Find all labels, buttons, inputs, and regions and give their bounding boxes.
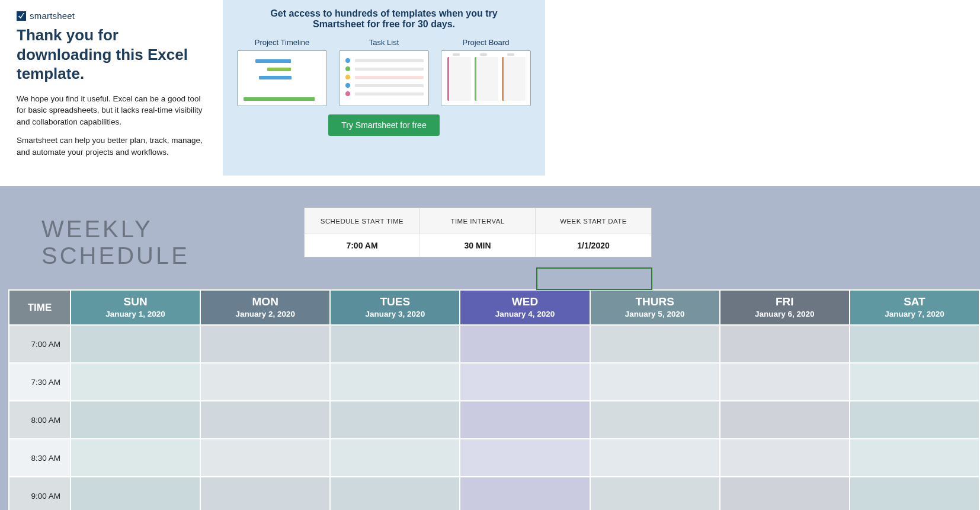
promo-body-1: We hope you find it useful. Excel can be… <box>17 93 211 128</box>
config-cell-week-start[interactable]: 1/1/2020 <box>536 234 651 257</box>
day-header-wed: WED January 4, 2020 <box>460 290 590 325</box>
calendar-row: 8:30 AM <box>9 439 979 477</box>
config-cell-start-time[interactable]: 7:00 AM <box>305 234 420 257</box>
time-column-header: TIME <box>9 290 71 325</box>
logo-text: smartsheet <box>30 11 75 21</box>
schedule-slot[interactable] <box>330 363 460 401</box>
thumbnail-timeline-icon <box>237 50 327 106</box>
card-task-list[interactable]: Task List <box>339 38 429 106</box>
schedule-slot[interactable] <box>330 477 460 510</box>
schedule-section: WEEKLY SCHEDULE SCHEDULE START TIME 7:00… <box>0 186 980 510</box>
schedule-slot[interactable] <box>200 477 330 510</box>
schedule-slot[interactable] <box>590 363 720 401</box>
day-header-thu: THURS January 5, 2020 <box>590 290 720 325</box>
promo-body-2: Smartsheet can help you better plan, tra… <box>17 135 211 158</box>
day-name: TUES <box>331 295 459 308</box>
try-smartsheet-button[interactable]: Try Smartsheet for free <box>328 114 439 136</box>
config-header-start-time: SCHEDULE START TIME <box>305 208 420 234</box>
active-cell-selection-icon <box>536 267 652 290</box>
time-cell: 7:30 AM <box>9 363 71 401</box>
card-title: Project Timeline <box>237 38 327 47</box>
schedule-slot[interactable] <box>850 439 979 477</box>
schedule-slot[interactable] <box>71 439 200 477</box>
day-header-sat: SAT January 7, 2020 <box>850 290 979 325</box>
time-cell: 9:00 AM <box>9 477 71 510</box>
thumbnail-tasklist-icon <box>339 50 429 106</box>
time-cell: 8:00 AM <box>9 401 71 439</box>
day-name: WED <box>460 295 589 308</box>
day-header-fri: FRI January 6, 2020 <box>720 290 850 325</box>
schedule-slot[interactable] <box>71 363 200 401</box>
config-cell-interval[interactable]: 30 MIN <box>420 234 536 257</box>
schedule-slot[interactable] <box>460 439 590 477</box>
time-cell: 7:00 AM <box>9 325 71 363</box>
config-header-interval: TIME INTERVAL <box>420 208 536 234</box>
day-date: January 3, 2020 <box>331 310 459 318</box>
schedule-slot[interactable] <box>71 325 200 363</box>
schedule-slot[interactable] <box>71 401 200 439</box>
promo-banner: smartsheet Thank you for downloading thi… <box>0 0 545 176</box>
day-date: January 5, 2020 <box>591 310 719 318</box>
day-header-tue: TUES January 3, 2020 <box>330 290 460 325</box>
schedule-slot[interactable] <box>720 439 850 477</box>
schedule-slot[interactable] <box>200 401 330 439</box>
schedule-slot[interactable] <box>71 477 200 510</box>
schedule-slot[interactable] <box>460 401 590 439</box>
schedule-slot[interactable] <box>720 401 850 439</box>
schedule-slot[interactable] <box>330 325 460 363</box>
day-date: January 7, 2020 <box>850 310 979 318</box>
schedule-slot[interactable] <box>850 477 979 510</box>
day-name: THURS <box>591 295 719 308</box>
smartsheet-logo: smartsheet <box>17 11 211 21</box>
calendar-table: TIME SUN January 1, 2020 MON January 2, … <box>8 289 980 510</box>
card-project-board[interactable]: Project Board <box>441 38 531 106</box>
day-date: January 6, 2020 <box>720 310 849 318</box>
calendar-row: 7:30 AM <box>9 363 979 401</box>
thumbnail-board-icon <box>441 50 531 106</box>
calendar-header-row: TIME SUN January 1, 2020 MON January 2, … <box>9 290 979 325</box>
day-name: MON <box>201 295 329 308</box>
schedule-slot[interactable] <box>330 401 460 439</box>
day-name: SAT <box>850 295 979 308</box>
day-date: January 1, 2020 <box>71 310 200 318</box>
schedule-slot[interactable] <box>460 477 590 510</box>
promo-left: smartsheet Thank you for downloading thi… <box>0 0 223 176</box>
calendar-row: 9:00 AM <box>9 477 979 510</box>
schedule-slot[interactable] <box>720 363 850 401</box>
calendar-row: 7:00 AM <box>9 325 979 363</box>
page-title: WEEKLY SCHEDULE <box>41 216 270 269</box>
schedule-slot[interactable] <box>590 401 720 439</box>
day-header-mon: MON January 2, 2020 <box>200 290 330 325</box>
schedule-slot[interactable] <box>850 325 979 363</box>
config-header-week-start: WEEK START DATE <box>536 208 651 234</box>
schedule-slot[interactable] <box>850 363 979 401</box>
schedule-slot[interactable] <box>460 363 590 401</box>
schedule-area: TIME SUN January 1, 2020 MON January 2, … <box>0 289 980 510</box>
day-name: FRI <box>720 295 849 308</box>
schedule-slot[interactable] <box>720 325 850 363</box>
calendar-row: 8:00 AM <box>9 401 979 439</box>
schedule-slot[interactable] <box>200 325 330 363</box>
schedule-slot[interactable] <box>590 325 720 363</box>
schedule-slot[interactable] <box>590 439 720 477</box>
config-table: SCHEDULE START TIME 7:00 AM TIME INTERVA… <box>304 208 652 257</box>
schedule-slot[interactable] <box>720 477 850 510</box>
card-title: Task List <box>339 38 429 47</box>
schedule-slot[interactable] <box>330 439 460 477</box>
promo-right: Get access to hundreds of templates when… <box>223 0 545 176</box>
logo-mark-icon <box>17 11 26 21</box>
template-cards: Project Timeline Task List Project Board <box>237 38 531 106</box>
promo-right-headline: Get access to hundreds of templates when… <box>248 8 520 30</box>
day-date: January 2, 2020 <box>201 310 329 318</box>
schedule-slot[interactable] <box>590 477 720 510</box>
day-name: SUN <box>71 295 200 308</box>
day-header-sun: SUN January 1, 2020 <box>71 290 200 325</box>
schedule-slot[interactable] <box>200 439 330 477</box>
time-cell: 8:30 AM <box>9 439 71 477</box>
thank-you-title: Thank you for downloading this Excel tem… <box>17 26 211 84</box>
day-date: January 4, 2020 <box>460 310 589 318</box>
schedule-slot[interactable] <box>200 363 330 401</box>
schedule-slot[interactable] <box>850 401 979 439</box>
card-project-timeline[interactable]: Project Timeline <box>237 38 327 106</box>
schedule-slot[interactable] <box>460 325 590 363</box>
